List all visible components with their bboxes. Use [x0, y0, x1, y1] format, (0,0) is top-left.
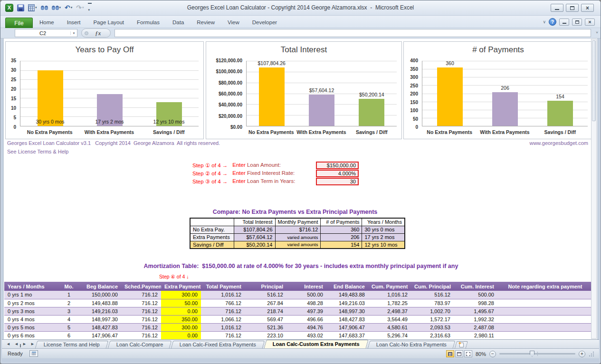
amort-cell[interactable]: 148,427.83: [80, 323, 121, 331]
tab-review[interactable]: Review: [197, 19, 215, 25]
compare-header-cell[interactable]: [190, 218, 234, 226]
amort-header-cell[interactable]: Sched.Payment: [121, 282, 161, 291]
sheet-tab-license-terms-and-help[interactable]: License Terms and Help: [35, 341, 108, 348]
amort-cell[interactable]: 500.00: [286, 291, 326, 299]
amort-cell[interactable]: 716.12: [121, 291, 161, 299]
amort-header-cell[interactable]: Interest: [286, 282, 326, 291]
amort-header-cell[interactable]: Cum. Principal: [411, 282, 454, 291]
amort-cell[interactable]: 2,498.37: [368, 307, 411, 315]
compare-cell[interactable]: $50,200.14: [234, 241, 275, 249]
amort-cell[interactable]: 4: [57, 315, 80, 323]
vertical-scrollbar[interactable]: [591, 39, 597, 339]
amort-header-cell[interactable]: Note regarding extra payment: [497, 282, 593, 291]
amort-cell[interactable]: 1,002.70: [411, 307, 454, 315]
amort-cell[interactable]: 569.47: [245, 315, 286, 323]
amort-cell[interactable]: 1,992.32: [454, 315, 497, 323]
amort-cell[interactable]: [497, 291, 593, 299]
minimize-button[interactable]: [551, 4, 563, 12]
amort-header-cell[interactable]: Principal: [245, 282, 286, 291]
compare-header-cell[interactable]: Monthly Payment: [275, 218, 321, 226]
amort-cell[interactable]: 2,093.53: [411, 323, 454, 331]
amort-cell[interactable]: 0 yrs 1 mo: [4, 291, 57, 299]
amort-cell[interactable]: [497, 331, 593, 339]
workbook-close-button[interactable]: ×: [585, 19, 595, 26]
amort-cell[interactable]: 1,572.17: [411, 315, 454, 323]
amort-cell[interactable]: 1,495.67: [454, 307, 497, 315]
amort-cell[interactable]: 6: [57, 331, 80, 339]
amort-cell[interactable]: 50.00: [161, 299, 201, 307]
amort-header-cell[interactable]: End Balance: [326, 282, 368, 291]
zoom-in-button[interactable]: +: [579, 351, 585, 357]
compare-cell[interactable]: 206: [321, 233, 362, 241]
amort-cell[interactable]: 0.00: [161, 307, 201, 315]
amort-cell[interactable]: 516.12: [245, 291, 286, 299]
amort-cell[interactable]: 1: [57, 291, 80, 299]
amort-cell[interactable]: 300.00: [161, 291, 201, 299]
amort-cell[interactable]: 300.00: [161, 323, 201, 331]
amort-cell[interactable]: 2,980.11: [454, 331, 497, 339]
amort-cell[interactable]: 267.84: [245, 299, 286, 307]
amort-cell[interactable]: 148,997.30: [80, 315, 121, 323]
zoom-slider-thumb[interactable]: [530, 351, 534, 357]
scrollbar-thumb[interactable]: [592, 40, 596, 121]
amort-cell[interactable]: 2,316.63: [411, 331, 454, 339]
amort-cell[interactable]: 148,997.30: [326, 307, 368, 315]
amort-header-cell[interactable]: Years / Months: [4, 282, 57, 291]
compare-header-cell[interactable]: Years / Months: [362, 218, 405, 226]
amort-cell[interactable]: 149,216.03: [80, 307, 121, 315]
compare-header-cell[interactable]: Total Interest: [234, 218, 275, 226]
compare-cell[interactable]: $57,604.12: [234, 233, 275, 241]
interest-rate-input[interactable]: 4.000%: [316, 170, 359, 177]
amort-cell[interactable]: 147,906.47: [80, 331, 121, 339]
first-sheet-button[interactable]: ◀: [5, 341, 12, 347]
amort-header-cell[interactable]: Cum. Payment: [368, 282, 411, 291]
amort-cell[interactable]: 716.12: [201, 307, 245, 315]
resize-grip[interactable]: [589, 351, 594, 357]
amort-cell[interactable]: 3,564.49: [368, 315, 411, 323]
prev-sheet-button[interactable]: ◀: [13, 341, 20, 347]
amort-cell[interactable]: 150,000.00: [80, 291, 121, 299]
compare-cell[interactable]: $107,804.26: [234, 226, 275, 233]
amort-cell[interactable]: 0 yrs 2 mos: [4, 299, 57, 307]
tab-file[interactable]: File: [5, 18, 33, 28]
amort-cell[interactable]: 350.00: [161, 315, 201, 323]
amort-cell[interactable]: 223.10: [245, 331, 286, 339]
amort-cell[interactable]: [497, 315, 593, 323]
restore-button[interactable]: [566, 4, 579, 12]
tab-home[interactable]: Home: [39, 19, 54, 25]
chart-years-to-pay-off[interactable]: Years to Pay Off30 yrs 0 mos17 yrs 2 mos…: [5, 41, 204, 139]
insert-worksheet-button[interactable]: [455, 341, 468, 348]
amort-cell[interactable]: 521.36: [245, 323, 286, 331]
amort-cell[interactable]: 1,016.12: [201, 291, 245, 299]
amort-cell[interactable]: 149,483.88: [326, 291, 368, 299]
amort-header-cell[interactable]: Beg Balance: [80, 282, 121, 291]
amort-cell[interactable]: 497.39: [286, 307, 326, 315]
formula-input[interactable]: [114, 29, 591, 37]
amort-cell[interactable]: 1,782.25: [368, 299, 411, 307]
tab-view[interactable]: View: [228, 19, 239, 25]
zoom-slider[interactable]: [499, 353, 575, 354]
amort-cell[interactable]: [497, 299, 593, 307]
amort-cell[interactable]: 147,683.37: [326, 331, 368, 339]
workbook-minimize-button[interactable]: [559, 19, 569, 26]
compare-cell[interactable]: 30 yrs 0 mos: [362, 226, 405, 233]
close-button[interactable]: ×: [581, 4, 594, 12]
page-layout-view-button[interactable]: [455, 350, 463, 357]
amort-cell[interactable]: 716.12: [121, 331, 161, 339]
amort-cell[interactable]: 783.97: [411, 299, 454, 307]
amort-cell[interactable]: 5,296.74: [368, 331, 411, 339]
amort-cell[interactable]: 5: [57, 323, 80, 331]
amort-cell[interactable]: 716.12: [201, 331, 245, 339]
amort-cell[interactable]: 149,483.88: [80, 299, 121, 307]
amort-cell[interactable]: [497, 307, 593, 315]
compare-cell[interactable]: 12 yrs 10 mos: [362, 241, 405, 249]
amort-header-cell[interactable]: Cum. Interest: [454, 282, 497, 291]
page-break-view-button[interactable]: [464, 350, 472, 357]
amort-cell[interactable]: 2: [57, 299, 80, 307]
zoom-out-button[interactable]: −: [489, 351, 496, 357]
collapse-ribbon-icon[interactable]: ∨: [543, 19, 546, 24]
amort-cell[interactable]: 516.12: [411, 291, 454, 299]
amort-cell[interactable]: 1,016.12: [368, 291, 411, 299]
amort-cell[interactable]: 1,016.12: [201, 323, 245, 331]
macro-record-button[interactable]: [29, 350, 38, 357]
